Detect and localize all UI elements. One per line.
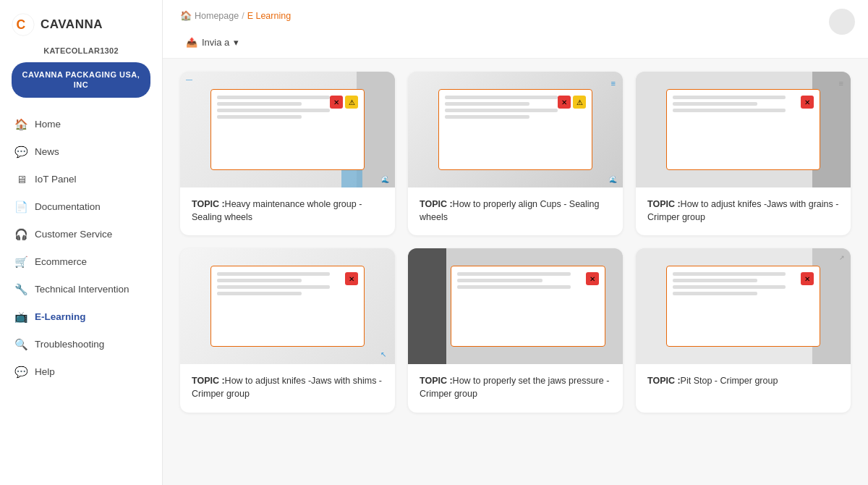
sidebar-item-label: Documentation [35,201,101,212]
invia-button[interactable]: 📤 Invia a ▾ [180,34,244,51]
card-thumbnail: ✕ ≡ [636,72,851,187]
sidebar-item-news[interactable]: 💬 News [0,138,162,166]
home-icon: 🏠 [14,118,27,131]
sidebar-item-label: Technical Intervention [35,284,129,295]
card-topic: TOPIC :Heavy maintenance whole group - S… [192,198,383,224]
main-content: 🏠 Homepage / E Learning 📤 Invia a ▾ [163,0,868,485]
breadcrumb-separator: / [242,11,244,21]
main-header: 🏠 Homepage / E Learning 📤 Invia a ▾ [163,0,868,59]
badge-yellow: ⚠ [573,96,586,109]
sidebar-item-technical-intervention[interactable]: 🔧 Technical Intervention [0,276,162,303]
news-icon: 💬 [14,146,27,159]
card-thumbnail: ✕ ↖ [180,248,395,364]
badge-red: ✕ [586,272,599,285]
card-body: TOPIC :How to adjust knifes -Jaws with g… [636,187,851,235]
corner-mark: ≡ [611,79,616,88]
corner-mark: ≡ [839,79,843,88]
sidebar-item-documentation[interactable]: 📄 Documentation [0,193,162,221]
card-item[interactable]: ✕ TOPIC :How to properly set the jaws pr… [408,248,623,412]
card-thumbnail: ✕ ↗ [636,248,851,364]
company-button[interactable]: CAVANNA PACKAGING USA, INC [12,62,150,98]
sidebar-logo: C CAVANNA [0,0,162,43]
documentation-icon: 📄 [14,201,27,214]
customer-service-icon: 🎧 [14,228,27,241]
card-topic: TOPIC :How to properly align Cups - Seal… [420,198,611,224]
breadcrumb-home-link[interactable]: Homepage [195,11,239,21]
card-body: TOPIC :How to properly set the jaws pres… [408,364,623,412]
corner-logo: 🌊 [381,176,389,183]
card-item[interactable]: ✕ ⚠ ≡ 🌊 TOPIC :How to properly align Cup… [408,72,623,235]
ecommerce-icon: 🛒 [14,256,27,269]
badge-icon-red: ✕ [345,272,358,285]
corner-mark: ↗ [839,254,845,261]
sidebar: C CAVANNA KATECOLLAR1302 CAVANNA PACKAGI… [0,0,163,485]
card-body: TOPIC :How to properly align Cups - Seal… [408,187,623,235]
sidebar-item-label: IoT Panel [35,174,77,185]
chevron-down-icon: ▾ [234,37,239,48]
card-body: TOPIC :How to adjust knifes -Jaws with s… [180,364,395,412]
sidebar-username: KATECOLLAR1302 [0,43,162,62]
card-thumbnail: ✕ ⚠ 🌊 — [180,72,395,187]
sidebar-item-label: Customer Service [35,229,112,240]
sidebar-nav: 🏠 Home 💬 News 🖥 IoT Panel 📄 Documentatio… [0,111,162,400]
iot-icon: 🖥 [14,173,27,186]
invia-icon: 📤 [186,37,197,48]
sidebar-item-label: Troubleshooting [35,339,104,350]
sidebar-item-customer-service[interactable]: 🎧 Customer Service [0,221,162,248]
badge-red: ✕ [801,96,814,109]
toolbar: 📤 Invia a ▾ [180,28,851,58]
svg-text:C: C [16,17,25,32]
card-item[interactable]: ✕ ↖ TOPIC :How to adjust knifes -Jaws wi… [180,248,395,412]
card-topic: TOPIC :How to properly set the jaws pres… [420,374,611,400]
card-item[interactable]: ✕ ⚠ 🌊 — TOPIC :Heavy maintenance whole g… [180,72,395,235]
sidebar-item-ecommerce[interactable]: 🛒 Ecommerce [0,248,162,276]
logo-text: CAVANNA [41,17,103,32]
card-body: TOPIC :Pit Stop - Crimper group [636,364,851,399]
sidebar-item-iot[interactable]: 🖥 IoT Panel [0,166,162,193]
technical-intervention-icon: 🔧 [14,283,27,296]
sidebar-item-troubleshooting[interactable]: 🔍 Troubleshooting [0,331,162,358]
profile-button[interactable] [829,9,855,35]
troubleshooting-icon: 🔍 [14,338,27,351]
badge-red: ✕ [558,96,571,109]
sidebar-item-home[interactable]: 🏠 Home [0,111,162,138]
sidebar-item-label: News [35,146,59,157]
sidebar-item-e-learning[interactable]: 📺 E-Learning [0,303,162,331]
badge-yellow: ⚠ [345,96,358,109]
sidebar-item-label: E-Learning [35,311,86,322]
sidebar-item-label: Help [35,366,55,377]
help-icon: 💬 [14,366,27,379]
card-thumbnail: ✕ ⚠ ≡ 🌊 [408,72,623,187]
breadcrumb-current: E Learning [247,11,291,21]
sidebar-item-help[interactable]: 💬 Help [0,358,162,386]
sidebar-item-label: Home [35,119,61,130]
e-learning-icon: 📺 [14,311,27,324]
card-topic: TOPIC :How to adjust knifes -Jaws with g… [647,198,839,224]
card-item[interactable]: ✕ ↗ TOPIC :Pit Stop - Crimper group [636,248,851,412]
badge-red: ✕ [801,272,814,285]
home-icon: 🏠 [180,10,192,21]
cards-grid: ✕ ⚠ 🌊 — TOPIC :Heavy maintenance whole g… [163,59,868,430]
card-topic: TOPIC :How to adjust knifes -Jaws with s… [192,374,383,400]
sidebar-item-label: Ecommerce [35,256,87,267]
card-item[interactable]: ✕ ≡ TOPIC :How to adjust knifes -Jaws wi… [636,72,851,235]
card-topic: TOPIC :Pit Stop - Crimper group [647,374,839,387]
breadcrumb: 🏠 Homepage / E Learning [180,10,851,28]
corner-logo2: — [186,76,192,83]
card-body: TOPIC :Heavy maintenance whole group - S… [180,187,395,235]
badge-red: ✕ [330,96,343,109]
corner-arrow: ↖ [380,350,386,358]
invia-label: Invia a [202,37,229,48]
corner-logo: 🌊 [609,176,617,183]
card-thumbnail: ✕ [408,248,623,364]
cavanna-logo-icon: C [12,13,35,36]
